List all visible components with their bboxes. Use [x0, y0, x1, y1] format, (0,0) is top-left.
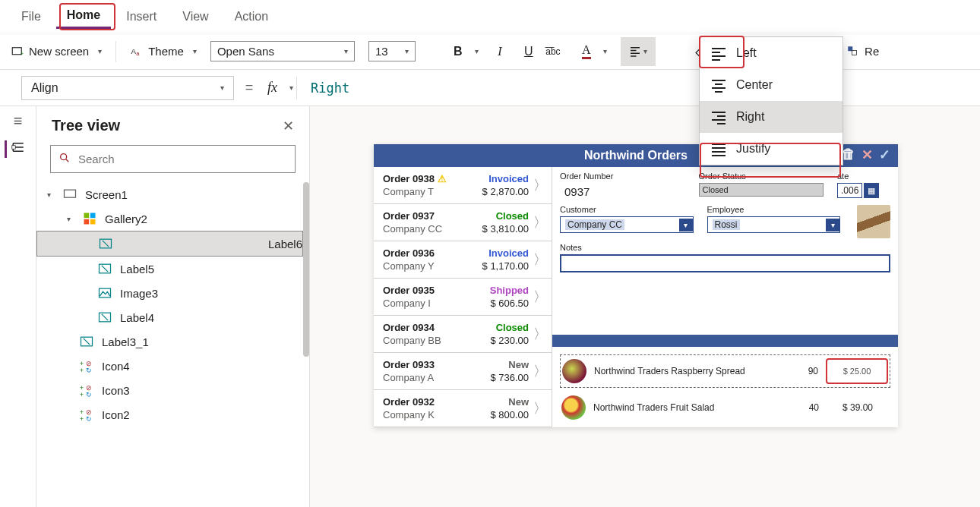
tree-node-label: Label6 [268, 238, 302, 250]
tree-view-rail-icon[interactable] [5, 140, 25, 158]
tree-node-image3[interactable]: Image3 [36, 281, 303, 305]
chevron-right-icon[interactable]: 〉 [533, 288, 547, 306]
theme-button[interactable]: Aa Theme ▾ [130, 45, 197, 58]
bold-button[interactable]: B▾ [450, 44, 479, 59]
collapse-icon[interactable]: ▾ [67, 215, 74, 223]
search-input[interactable] [78, 153, 287, 165]
strikethrough-button[interactable]: abc— [550, 44, 565, 59]
tree-panel: Tree view ✕ ▾ Screen1 ▾ Gallery2 [36, 106, 310, 507]
calendar-icon[interactable]: ▦ [864, 183, 879, 198]
underline-button[interactable]: U [521, 44, 536, 59]
tree-node-label: Label3_1 [102, 335, 149, 348]
orders-gallery[interactable]: Order 0938 ⚠Company TInvoiced$ 2,870.00〉… [374, 167, 552, 427]
tree-node-label: Label4 [120, 311, 154, 324]
svg-rect-17 [90, 213, 96, 219]
section-divider [552, 335, 898, 347]
product-thumb [561, 395, 586, 420]
gallery-row[interactable]: Order 0937Company CCClosed$ 3,810.00〉 [374, 204, 552, 241]
gallery-row[interactable]: Order 0935Company IShipped$ 606.50〉 [374, 279, 552, 316]
font-size-select[interactable]: 13 ▾ [368, 41, 416, 61]
chevron-down-icon: ▾ [98, 47, 102, 55]
company-name: Company A [383, 372, 435, 383]
align-center-icon [712, 80, 726, 90]
tree-node-label3-1[interactable]: Label3_1 [36, 329, 303, 354]
customer-select[interactable]: Company CC▾ [560, 216, 694, 233]
hamburger-icon[interactable]: ≡ [14, 112, 23, 130]
align-right-label: Right [736, 110, 764, 124]
chevron-down-icon: ▾ [193, 47, 197, 55]
product-name: Northwind Traders Fruit Salad [593, 402, 789, 413]
font-select[interactable]: Open Sans ▾ [210, 41, 355, 61]
tree-node-label6[interactable]: Label6 [36, 231, 303, 257]
menu-file[interactable]: File [11, 5, 52, 28]
align-justify-option[interactable]: Justify [700, 133, 842, 165]
font-color-button[interactable]: A▾ [579, 44, 607, 59]
chevron-right-icon[interactable]: 〉 [533, 213, 547, 231]
formula-input[interactable]: Right [300, 80, 349, 96]
tree-node-icon2[interactable]: +⊘+↻ Icon2 [36, 402, 303, 427]
chevron-right-icon[interactable]: 〉 [533, 399, 547, 417]
italic-button[interactable]: I [492, 44, 507, 59]
screen-icon [62, 187, 77, 202]
order-id: Order 0938 ⚠ [383, 173, 447, 184]
menu-home[interactable]: Home [56, 4, 111, 29]
align-left-option[interactable]: Left [700, 37, 842, 69]
align-right-option[interactable]: Right [700, 101, 842, 133]
check-icon[interactable]: ✓ [879, 146, 890, 165]
reorder-label: Re [865, 45, 879, 58]
tree-node-icon4[interactable]: +⊘+↻ Icon4 [36, 354, 303, 378]
gallery-row[interactable]: Order 0934Company BBClosed$ 230.00〉 [374, 316, 552, 353]
svg-text:+: + [21, 49, 24, 56]
menu-view[interactable]: View [172, 5, 219, 28]
tree-node-label5[interactable]: Label5 [36, 257, 303, 281]
property-select[interactable]: Align ▾ [21, 76, 234, 100]
scrollbar-thumb[interactable] [303, 182, 309, 357]
chevron-down-icon: ▾ [679, 219, 693, 231]
order-amount: $ 3,810.00 [482, 223, 529, 235]
reorder-button[interactable]: Re [846, 45, 879, 58]
selected-price-label[interactable]: $ 25.00 [826, 358, 888, 384]
gallery-row[interactable]: Order 0936Company YInvoiced$ 1,170.00〉 [374, 241, 552, 279]
order-amount: $ 230.00 [490, 335, 529, 346]
chevron-right-icon[interactable]: 〉 [533, 325, 547, 343]
chevron-right-icon[interactable]: 〉 [533, 176, 547, 194]
group-icon: +⊘+↻ [79, 383, 94, 398]
order-line-item[interactable]: Northwind Traders Fruit Salad 40 $ 39.00 [560, 392, 890, 423]
customer-value: Company CC [565, 219, 624, 230]
tree-node-screen1[interactable]: ▾ Screen1 [36, 182, 303, 206]
gallery-row[interactable]: Order 0933Company ANew$ 736.00〉 [374, 353, 552, 390]
label-icon [97, 310, 112, 325]
new-screen-button[interactable]: + New screen ▾ [11, 45, 102, 58]
align-center-option[interactable]: Center [700, 69, 842, 101]
trash-icon[interactable]: 🗑 [842, 146, 855, 165]
tree-node-label: Image3 [120, 287, 158, 300]
menu-insert[interactable]: Insert [115, 5, 167, 28]
cancel-icon[interactable]: ✕ [861, 146, 873, 165]
product-thumb [562, 359, 586, 383]
new-screen-label: New screen [29, 45, 89, 58]
fx-button[interactable]: fx▾ [264, 80, 293, 96]
notes-input[interactable] [560, 254, 890, 272]
svg-text:+: + [80, 367, 84, 373]
order-line-item[interactable]: Northwind Traders Raspberry Spread 90 $ … [560, 354, 890, 388]
bold-icon: B [450, 44, 466, 59]
employee-value: Rossi [713, 219, 740, 230]
text-align-button[interactable]: ▾ [621, 37, 656, 66]
chevron-right-icon[interactable]: 〉 [533, 250, 547, 269]
fx-icon: fx [264, 80, 280, 96]
gallery-row[interactable]: Order 0938 ⚠Company TInvoiced$ 2,870.00〉 [374, 167, 552, 204]
employee-select[interactable]: Rossi▾ [707, 216, 841, 233]
tree-node-icon3[interactable]: +⊘+↻ Icon3 [36, 378, 303, 402]
left-rail: ≡ [0, 106, 36, 507]
gallery-row[interactable]: Order 0932Company KNew$ 800.00〉 [374, 390, 552, 427]
tree-node-gallery2[interactable]: ▾ Gallery2 [36, 206, 303, 231]
svg-rect-11 [852, 50, 857, 55]
menu-action[interactable]: Action [224, 5, 279, 28]
collapse-icon[interactable]: ▾ [47, 191, 55, 199]
order-date-value[interactable]: .006 [837, 183, 862, 198]
close-icon[interactable]: ✕ [283, 118, 294, 134]
tree-search[interactable] [50, 145, 296, 173]
chevron-right-icon[interactable]: 〉 [533, 362, 547, 380]
align-right-icon [712, 112, 726, 122]
tree-node-label4[interactable]: Label4 [36, 305, 303, 329]
